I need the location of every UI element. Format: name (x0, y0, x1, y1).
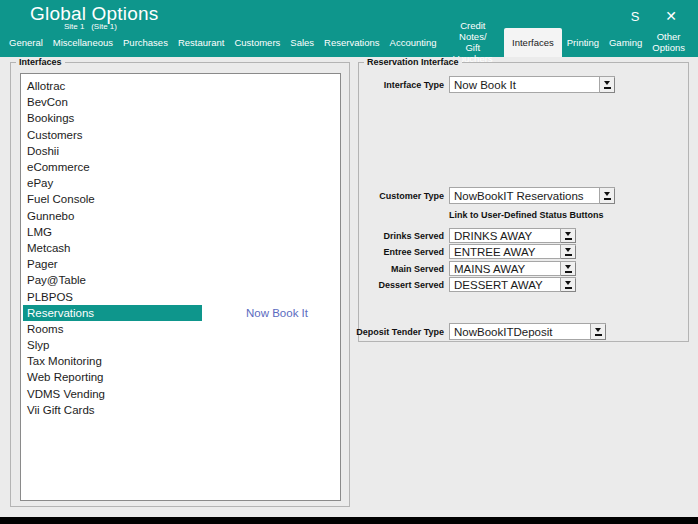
chevron-down-icon[interactable] (560, 262, 575, 275)
list-item-label: VDMS Vending (23, 386, 105, 402)
list-item-label: Tax Monitoring (23, 353, 102, 369)
interface-type-value: Now Book It (450, 77, 599, 92)
list-item-plbpos[interactable]: PLBPOS (23, 288, 340, 304)
tab-general[interactable]: General (4, 27, 48, 57)
selected-list-item-label: Reservations (23, 305, 202, 321)
list-item-fuel-console[interactable]: Fuel Console (23, 191, 340, 207)
list-item-vdms-vending[interactable]: VDMS Vending (23, 386, 340, 402)
list-item-customers[interactable]: Customers (23, 127, 340, 143)
list-item-pager[interactable]: Pager (23, 256, 340, 272)
chevron-down-icon[interactable] (560, 278, 575, 291)
entree-served-select[interactable]: ENTREE AWAY (449, 244, 576, 259)
interface-type-select[interactable]: Now Book It (449, 76, 615, 93)
interface-type-row: Interface Type Now Book It (359, 76, 615, 93)
list-item-epay[interactable]: ePay (23, 175, 340, 191)
tab-restaurant[interactable]: Restaurant (173, 27, 229, 57)
deposit-tender-type-label: Deposit Tender Type (359, 327, 444, 337)
dessert-served-row: Dessert Served DESSERT AWAY (359, 277, 576, 292)
list-item-label: Pager (23, 256, 58, 272)
list-item-bookings[interactable]: Bookings (23, 110, 340, 126)
list-item-rooms[interactable]: Rooms (23, 321, 340, 337)
drinks-served-label: Drinks Served (359, 231, 444, 241)
list-item-lmg[interactable]: LMG (23, 224, 340, 240)
selected-interface-name-label: Now Book It (246, 305, 308, 321)
tab-accounting[interactable]: Accounting (385, 27, 442, 57)
list-item-pay-at-table[interactable]: Pay@Table (23, 272, 340, 288)
list-item-metcash[interactable]: Metcash (23, 240, 340, 256)
list-item-label: Fuel Console (23, 191, 95, 207)
list-item-label: Pay@Table (23, 272, 86, 288)
list-item-label: ePay (23, 175, 53, 191)
chevron-down-icon[interactable] (560, 229, 575, 242)
interfaces-groupbox-legend: Interfaces (16, 57, 65, 67)
list-item-vii-gift-cards[interactable]: Vii Gift Cards (23, 402, 340, 418)
titlebar: Global Options Site 1 (Site 1) S ✕ Gener… (0, 0, 698, 57)
chevron-down-icon[interactable] (560, 245, 575, 258)
list-item-tax-monitoring[interactable]: Tax Monitoring (23, 353, 340, 369)
list-item-ecommerce[interactable]: eCommerce (23, 159, 340, 175)
list-item-web-reporting[interactable]: Web Reporting (23, 369, 340, 385)
main-served-row: Main Served MAINS AWAY (359, 261, 576, 276)
list-item-label: Web Reporting (23, 369, 104, 385)
deposit-tender-type-value: NowBookITDeposit (450, 324, 590, 339)
list-item-label: LMG (23, 224, 52, 240)
drinks-served-row: Drinks Served DRINKS AWAY (359, 228, 576, 243)
main-served-value: MAINS AWAY (450, 262, 560, 275)
drinks-served-select[interactable]: DRINKS AWAY (449, 228, 576, 243)
status-buttons-heading: Link to User-Defined Status Buttons (449, 210, 604, 220)
tab-other-options[interactable]: Other Options (647, 27, 690, 57)
interfaces-listbox[interactable]: Allotrac BevCon Bookings Customers Doshi… (20, 73, 341, 501)
tab-interfaces[interactable]: Interfaces (504, 28, 562, 57)
list-item-label: PLBPOS (23, 288, 73, 304)
list-item-gunnebo[interactable]: Gunnebo (23, 208, 340, 224)
tab-reservations[interactable]: Reservations (319, 27, 384, 57)
customer-type-select[interactable]: NowBookIT Reservations (449, 187, 615, 204)
interfaces-groupbox: Interfaces Allotrac BevCon Bookings Cust… (10, 62, 350, 507)
list-item-reservations-selected[interactable]: Reservations Now Book It (23, 305, 340, 321)
list-item-label: Slyp (23, 337, 49, 353)
close-icon[interactable]: ✕ (660, 6, 682, 26)
list-item-label: Allotrac (23, 78, 65, 94)
customer-type-row: Customer Type NowBookIT Reservations (359, 187, 615, 204)
deposit-tender-type-row: Deposit Tender Type NowBookITDeposit (359, 323, 606, 340)
entree-served-label: Entree Served (359, 247, 444, 257)
interface-type-label: Interface Type (359, 80, 444, 90)
list-item-bevcon[interactable]: BevCon (23, 94, 340, 110)
chevron-down-icon[interactable] (599, 188, 614, 203)
chevron-down-icon[interactable] (590, 324, 605, 339)
global-options-window: Global Options Site 1 (Site 1) S ✕ Gener… (0, 0, 698, 524)
list-item-slyp[interactable]: Slyp (23, 337, 340, 353)
list-item-doshii[interactable]: Doshii (23, 143, 340, 159)
tab-gaming[interactable]: Gaming (604, 27, 647, 57)
entree-served-value: ENTREE AWAY (450, 245, 560, 258)
dessert-served-value: DESSERT AWAY (450, 278, 560, 291)
main-served-select[interactable]: MAINS AWAY (449, 261, 576, 276)
list-item-allotrac[interactable]: Allotrac (23, 78, 340, 94)
tab-sales[interactable]: Sales (285, 27, 319, 57)
customer-type-value: NowBookIT Reservations (450, 188, 599, 203)
tab-bar: General Miscellaneous Purchases Restaura… (0, 27, 698, 57)
tab-customers[interactable]: Customers (229, 27, 285, 57)
s-button[interactable]: S (624, 6, 646, 26)
list-item-label: Vii Gift Cards (23, 402, 95, 418)
list-item-label: Gunnebo (23, 208, 74, 224)
dessert-served-select[interactable]: DESSERT AWAY (449, 277, 576, 292)
tab-credit-notes-gift-vouchers[interactable]: Credit Notes/ Gift Vouchers (442, 27, 504, 57)
list-item-label: Doshii (23, 143, 59, 159)
window-bottom-edge (0, 517, 698, 524)
list-item-label: Bookings (23, 110, 74, 126)
drinks-served-value: DRINKS AWAY (450, 229, 560, 242)
dessert-served-label: Dessert Served (359, 280, 444, 290)
tab-purchases[interactable]: Purchases (118, 27, 173, 57)
reservation-groupbox-legend: Reservation Interface (364, 57, 462, 67)
main-served-label: Main Served (359, 264, 444, 274)
list-item-label: Customers (23, 127, 83, 143)
chevron-down-icon[interactable] (599, 77, 614, 92)
tab-miscellaneous[interactable]: Miscellaneous (48, 27, 118, 57)
customer-type-label: Customer Type (359, 191, 444, 201)
tab-printing[interactable]: Printing (562, 27, 604, 57)
reservation-interface-groupbox: Reservation Interface Interface Type Now… (358, 62, 689, 342)
list-item-label: Metcash (23, 240, 70, 256)
list-item-label: eCommerce (23, 159, 90, 175)
deposit-tender-type-select[interactable]: NowBookITDeposit (449, 323, 606, 340)
